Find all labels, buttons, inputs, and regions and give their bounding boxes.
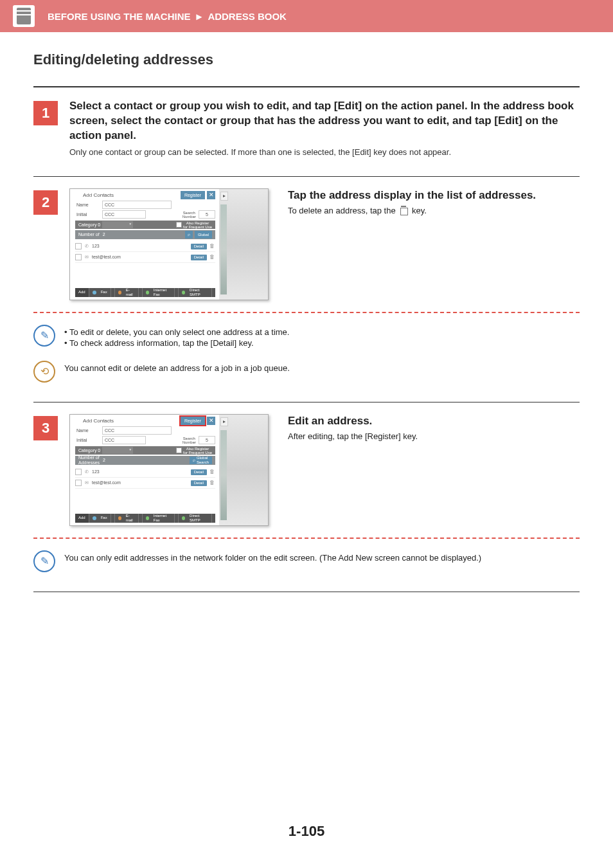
note-job-queue: ⟲ You cannot edit or delete an address f… — [33, 361, 580, 383]
divider — [33, 402, 580, 402]
trash-icon[interactable]: 🗑 — [209, 480, 215, 486]
fax-tab[interactable]: Fax — [89, 288, 115, 297]
trash-icon[interactable]: 🗑 — [209, 243, 215, 249]
search-number-label: Search Number — [182, 211, 196, 219]
name-field[interactable]: CCC — [102, 426, 172, 435]
ifax-tab[interactable]: Internet Fax — [143, 514, 179, 523]
num-addresses-value: 2 — [103, 458, 105, 463]
step-2-desc: To delete an address, tap the key. — [288, 206, 580, 215]
dashed-divider — [33, 538, 580, 539]
header-bar: BEFORE USING THE MACHINE ► ADDRESS BOOK — [0, 0, 613, 32]
address-text: 123 — [92, 469, 189, 475]
breadcrumb-arrow-icon: ► — [195, 11, 204, 22]
step-3: 3 Add Contacts Register ✕ Name CCC — [33, 414, 580, 526]
close-icon[interactable]: ✕ — [207, 417, 215, 425]
category-label: Category 0 — [78, 222, 100, 228]
note-text: • To edit or delete, you can only select… — [64, 327, 289, 337]
step-number-badge: 3 — [33, 416, 58, 440]
page-title: Editing/deleting addresses — [33, 51, 580, 68]
panel-shade — [220, 430, 227, 520]
phone-icon: ✆ — [84, 244, 90, 249]
info-icon: ✎ — [33, 550, 55, 572]
smtp-tab[interactable]: Direct SMTP — [179, 514, 215, 523]
search-number-field[interactable]: 5 — [199, 436, 215, 444]
search-icon[interactable]: ⌕ — [185, 231, 193, 239]
category-label: Category 0 — [78, 448, 100, 453]
email-tab[interactable]: E-mail — [115, 514, 143, 523]
step-2-title: Tap the address display in the list of a… — [288, 188, 580, 202]
register-button[interactable]: Register — [181, 191, 205, 199]
row-checkbox[interactable] — [75, 254, 82, 260]
address-row[interactable]: ✆ 123 Detail 🗑 — [75, 467, 215, 478]
initial-field[interactable]: CCC — [102, 210, 146, 219]
address-row[interactable]: ✉ test@test.com Detail 🗑 — [75, 478, 215, 489]
initial-field[interactable]: CCC — [102, 436, 146, 444]
detail-button[interactable]: Detail — [191, 480, 207, 486]
add-tab[interactable]: Add — [75, 514, 89, 523]
screenshot-step-2: Add Contacts Register ✕ Name CCC Initial… — [69, 188, 269, 300]
step-1: 1 Select a contact or group you wish to … — [33, 99, 580, 157]
global-search-button[interactable]: ⌕Global Search — [190, 457, 212, 464]
search-number-label: Search Number — [182, 437, 196, 444]
frequent-use-checkbox[interactable] — [176, 222, 182, 228]
phone-icon: ✆ — [84, 469, 90, 475]
note-edit-delete: ✎ • To edit or delete, you can only sele… — [33, 325, 580, 349]
initial-label: Initial — [76, 212, 100, 217]
address-text: 123 — [92, 244, 189, 249]
step-2: 2 Add Contacts Register ✕ Name CCC — [33, 188, 580, 300]
name-field[interactable]: CCC — [102, 201, 172, 209]
smtp-tab[interactable]: Direct SMTP — [179, 288, 215, 297]
row-checkbox[interactable] — [75, 480, 82, 486]
email-tab[interactable]: E-mail — [115, 288, 143, 297]
num-addresses-label: Number of Addresses — [78, 455, 100, 466]
ifax-tab[interactable]: Internet Fax — [143, 288, 179, 297]
mail-icon: ✉ — [84, 480, 90, 485]
also-register-label: Also Register for Frequent Use — [183, 221, 212, 229]
register-button[interactable]: Register — [181, 417, 205, 425]
close-icon[interactable]: ✕ — [207, 191, 215, 199]
address-row[interactable]: ✆ 123 Detail 🗑 — [75, 241, 215, 252]
panel-expand-icon[interactable]: ▸ — [220, 192, 228, 201]
address-text: test@test.com — [92, 480, 189, 485]
step-3-desc: After editing, tap the [Register] key. — [288, 431, 580, 441]
bottom-tabs: Add Fax E-mail Internet Fax Direct SMTP — [75, 288, 215, 297]
detail-button[interactable]: Detail — [191, 255, 207, 260]
global-search-button[interactable]: Global — [195, 231, 212, 239]
trash-icon[interactable]: 🗑 — [209, 254, 215, 260]
dashed-divider — [33, 312, 580, 313]
trash-icon[interactable]: 🗑 — [209, 469, 215, 475]
header-section: BEFORE USING THE MACHINE — [48, 11, 191, 22]
divider — [33, 86, 580, 87]
step-3-title: Edit an address. — [288, 414, 580, 428]
divider — [33, 176, 580, 177]
panel-expand-icon[interactable]: ▸ — [220, 417, 228, 426]
add-tab[interactable]: Add — [75, 288, 89, 297]
panel-shade — [220, 204, 227, 294]
name-label: Name — [76, 428, 100, 433]
row-checkbox[interactable] — [75, 469, 82, 475]
address-text: test@test.com — [92, 255, 189, 260]
header-subsection: ADDRESS BOOK — [208, 11, 287, 22]
restriction-icon: ⟲ — [33, 361, 55, 383]
category-dropdown[interactable] — [102, 447, 133, 454]
row-checkbox[interactable] — [75, 243, 82, 249]
step-1-title: Select a contact or group you wish to ed… — [69, 99, 580, 143]
bottom-tabs: Add Fax E-mail Internet Fax Direct SMTP — [75, 514, 215, 523]
trash-icon — [399, 206, 408, 215]
num-addresses-value: 2 — [103, 232, 105, 237]
info-icon: ✎ — [33, 325, 55, 347]
page-number: 1-105 — [0, 823, 613, 840]
initial-label: Initial — [76, 438, 100, 443]
detail-button[interactable]: Detail — [191, 469, 207, 475]
frequent-use-checkbox[interactable] — [176, 448, 182, 453]
divider — [33, 592, 580, 592]
address-row[interactable]: ✉ test@test.com Detail 🗑 — [75, 252, 215, 263]
num-addresses-label: Number of — [78, 232, 100, 237]
search-number-field[interactable]: 5 — [199, 210, 215, 219]
chapter-icon — [13, 5, 35, 27]
detail-button[interactable]: Detail — [191, 244, 207, 249]
step-number-badge: 1 — [33, 101, 58, 125]
category-dropdown[interactable] — [102, 221, 133, 228]
fax-tab[interactable]: Fax — [89, 514, 115, 523]
mail-icon: ✉ — [84, 255, 90, 260]
